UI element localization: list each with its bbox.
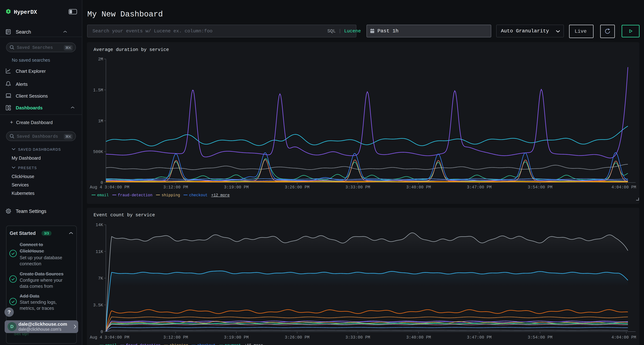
svg-text:Aug 4 3:04:00 PM: Aug 4 3:04:00 PM [90,335,129,340]
svg-text:14K: 14K [96,223,103,227]
svg-text:1.5M: 1.5M [93,88,103,93]
svg-text:3:54:00 PM: 3:54:00 PM [528,335,552,340]
svg-text:Aug 4 3:04:00 PM: Aug 4 3:04:00 PM [90,185,129,190]
svg-text:500K: 500K [93,150,103,154]
svg-text:3:12:00 PM: 3:12:00 PM [163,335,188,340]
svg-text:3:47:00 PM: 3:47:00 PM [467,185,492,190]
svg-text:3.5K: 3.5K [93,303,103,308]
svg-text:3:54:00 PM: 3:54:00 PM [528,185,552,190]
svg-text:3:40:00 PM: 3:40:00 PM [406,185,431,190]
svg-text:3:33:00 PM: 3:33:00 PM [346,185,370,190]
svg-text:4:04:00 PM: 4:04:00 PM [612,335,636,340]
svg-text:3:12:00 PM: 3:12:00 PM [163,185,188,190]
svg-text:0: 0 [100,330,103,334]
svg-text:11K: 11K [96,250,103,254]
svg-text:4:04:00 PM: 4:04:00 PM [612,185,636,190]
svg-text:0: 0 [100,181,103,185]
svg-text:3:33:00 PM: 3:33:00 PM [346,335,370,340]
svg-text:1M: 1M [98,119,103,123]
svg-text:2M: 2M [98,57,103,62]
svg-text:3:26:00 PM: 3:26:00 PM [285,335,310,340]
svg-text:3:26:00 PM: 3:26:00 PM [285,185,310,190]
svg-text:3:19:00 PM: 3:19:00 PM [224,335,249,340]
svg-text:7K: 7K [98,276,103,281]
svg-text:3:47:00 PM: 3:47:00 PM [467,335,492,340]
svg-text:3:40:00 PM: 3:40:00 PM [406,335,431,340]
svg-text:3:19:00 PM: 3:19:00 PM [224,185,249,190]
